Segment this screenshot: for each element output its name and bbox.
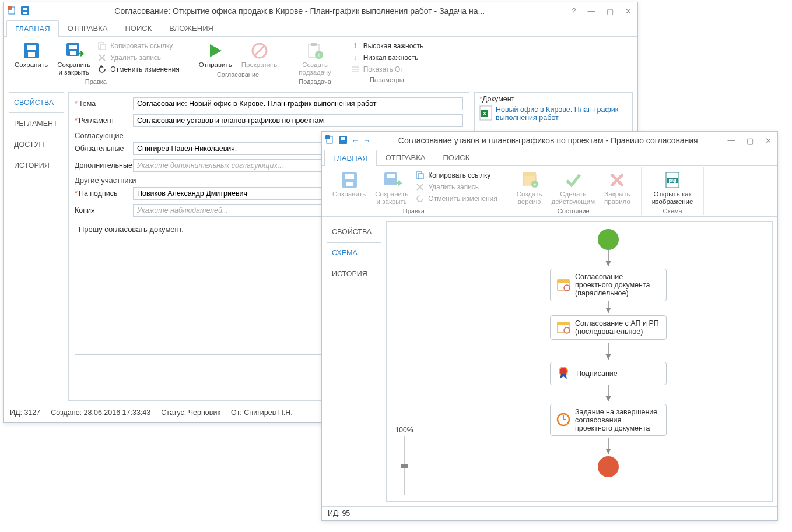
send-button[interactable]: Отправить	[194, 40, 237, 70]
close-icon[interactable]: ✕	[763, 135, 774, 146]
side-tabs: СВОЙСТВА РЕГЛАМЕНТ ДОСТУП ИСТОРИЯ	[9, 92, 64, 401]
flow-end-node	[598, 456, 619, 477]
statusbar: ИД: 95	[322, 506, 777, 519]
tab-search[interactable]: ПОИСК	[434, 149, 478, 165]
flow-node-approval-sequential[interactable]: Согласование с АП и РП (последовательное…	[550, 315, 667, 340]
titlebar: ← → Согласование утавов и планов-графико…	[322, 132, 777, 149]
side-tab-access[interactable]: ДОСТУП	[9, 134, 64, 155]
side-tab-scheme[interactable]: СХЕМА	[327, 242, 381, 263]
save-button[interactable]: Сохранить	[10, 40, 52, 70]
close-icon[interactable]: ✕	[623, 6, 634, 17]
help-icon[interactable]: ?	[570, 6, 579, 16]
tab-main[interactable]: ГЛАВНАЯ	[6, 20, 59, 37]
minimize-icon[interactable]: —	[726, 135, 738, 146]
reglament-input[interactable]	[133, 114, 463, 127]
approval-rule-window: ← → Согласование утавов и планов-графико…	[321, 131, 778, 521]
svg-rect-31	[346, 182, 353, 186]
svg-rect-28	[341, 137, 345, 140]
status-id: ИД: 95	[328, 509, 350, 517]
show-from-button[interactable]: Показать От	[351, 65, 423, 74]
qat-new-icon[interactable]	[325, 135, 335, 146]
delete-record-button[interactable]: Удалить запись	[415, 182, 497, 192]
tab-send[interactable]: ОТПРАВКА	[59, 20, 117, 36]
tab-main[interactable]: ГЛАВНАЯ	[324, 150, 377, 166]
save-close-button[interactable]: Сохранить и закрыть	[370, 170, 413, 206]
svg-rect-1	[8, 6, 12, 10]
high-importance-button[interactable]: !Высокая важность	[351, 41, 423, 51]
slider-track[interactable]	[404, 436, 405, 495]
tab-send[interactable]: ОТПРАВКА	[377, 149, 434, 165]
qat-forward-icon[interactable]: →	[363, 136, 371, 145]
side-tab-reglament[interactable]: РЕГЛАМЕНТ	[9, 113, 64, 134]
checkmark-icon	[564, 171, 583, 189]
group-scheme-label: Схема	[663, 207, 682, 214]
flow-canvas[interactable]: Согласование проектного документа (парал…	[422, 222, 772, 501]
side-tab-properties[interactable]: СВОЙСТВА	[9, 92, 64, 113]
qat-new-icon[interactable]	[8, 6, 17, 17]
side-tab-properties[interactable]: СВОЙСТВА	[327, 221, 381, 242]
copy-link-button[interactable]: Копировать ссылку	[97, 41, 179, 51]
save-icon	[340, 171, 359, 189]
flow-node-completion-task[interactable]: Задание на завершение согласования проек…	[550, 404, 667, 436]
topic-input[interactable]	[133, 97, 463, 110]
close-rule-icon	[608, 171, 626, 189]
exclamation-icon: !	[351, 41, 360, 51]
stop-icon	[250, 41, 269, 60]
qat-save-icon[interactable]	[338, 135, 348, 146]
svg-text:+: +	[533, 182, 536, 188]
qat-save-icon[interactable]	[20, 6, 30, 17]
svg-rect-16	[311, 43, 317, 46]
create-subtask-button[interactable]: + Создать подзадачу	[294, 40, 335, 77]
save-button[interactable]: Сохранить	[328, 170, 370, 199]
maximize-icon[interactable]: ▢	[744, 135, 756, 146]
calendar-icon	[556, 277, 570, 293]
zoom-slider[interactable]: 100%	[387, 222, 422, 501]
create-version-button[interactable]: + Создать версию	[512, 170, 547, 206]
save-icon	[22, 41, 41, 60]
svg-rect-37	[523, 172, 536, 176]
signer-label: На подпись	[75, 189, 133, 198]
copy-link-button[interactable]: Копировать ссылку	[415, 171, 497, 180]
undo-icon	[415, 194, 425, 203]
make-active-button[interactable]: Сделать действующим	[546, 170, 600, 206]
status-from: От: Снигирев П.Н.	[231, 408, 293, 417]
stop-button[interactable]: Прекратить	[237, 40, 282, 70]
undo-changes-button[interactable]: Отменить изменения	[97, 65, 179, 74]
arrow-down-icon: ↓	[351, 53, 360, 62]
slider-thumb[interactable]	[401, 464, 408, 468]
ribbon-tabs: ГЛАВНАЯ ОТПРАВКА ПОИСК ВЛОЖЕНИЯ	[4, 20, 637, 37]
svg-text:+: +	[317, 52, 321, 58]
delete-icon	[97, 53, 107, 62]
undo-icon	[97, 65, 107, 74]
list-icon	[351, 65, 360, 74]
svg-text:png: png	[669, 178, 677, 183]
low-importance-button[interactable]: ↓Низкая важность	[351, 53, 423, 62]
side-tab-history[interactable]: ИСТОРИЯ	[9, 155, 64, 176]
save-close-button[interactable]: Сохранить и закрыть	[52, 40, 95, 77]
topic-label: Тема	[75, 100, 133, 108]
tab-attach[interactable]: ВЛОЖЕНИЯ	[160, 20, 222, 36]
save-close-icon	[383, 171, 401, 189]
svg-rect-3	[23, 8, 27, 10]
svg-rect-49	[558, 280, 569, 283]
delete-record-button[interactable]: Удалить запись	[97, 53, 179, 62]
minimize-icon[interactable]: —	[586, 6, 598, 16]
maximize-icon[interactable]: ▢	[604, 6, 616, 17]
close-rule-button[interactable]: Закрыть правило	[600, 170, 635, 206]
ribbon-badge-icon	[556, 366, 572, 381]
flow-node-signing[interactable]: Подписание	[550, 362, 667, 385]
flow-start-node	[598, 229, 619, 250]
undo-changes-button[interactable]: Отменить изменения	[415, 194, 497, 203]
flow-node-approval-parallel[interactable]: Согласование проектного документа (парал…	[550, 269, 667, 301]
copy-link-icon	[97, 41, 107, 51]
calendar-icon	[556, 320, 570, 335]
reglament-label: Регламент	[75, 117, 133, 125]
open-as-image-button[interactable]: png Открыть как изображение	[647, 170, 698, 206]
qat-back-icon[interactable]: ←	[351, 136, 359, 145]
attached-document[interactable]: X Новый офис в Кирове. План-график выпол…	[479, 105, 628, 122]
tab-search[interactable]: ПОИСК	[116, 20, 160, 36]
side-tab-history[interactable]: ИСТОРИЯ	[327, 263, 381, 284]
group-subtask-label: Подзадача	[299, 78, 331, 85]
group-edit-label: Правка	[403, 207, 425, 214]
svg-rect-12	[100, 44, 106, 50]
